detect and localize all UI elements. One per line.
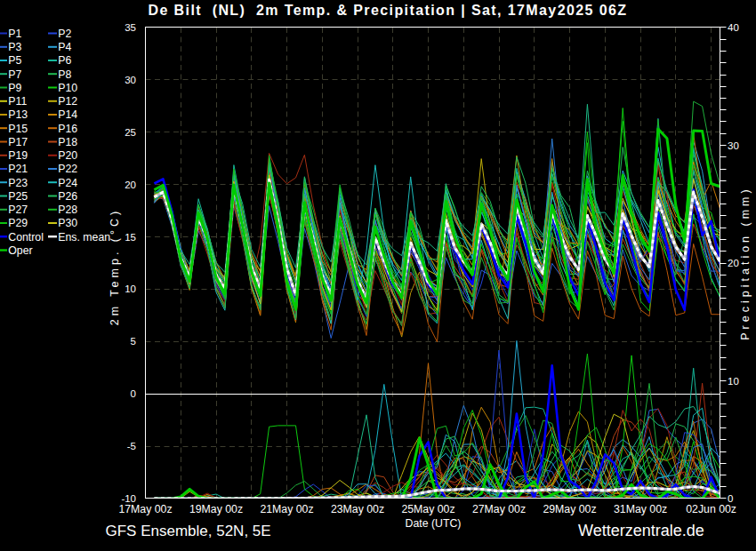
svg-text:-5: -5 (127, 441, 136, 451)
svg-text:25: 25 (125, 127, 136, 138)
svg-text:P23: P23 (8, 177, 28, 189)
svg-text:De Bilt (NL) 2m Temp. & Prec: De Bilt (NL) 2m Temp. & Precipitation | … (149, 3, 628, 18)
svg-text:21May 00z: 21May 00z (260, 503, 313, 515)
svg-text:20: 20 (728, 258, 739, 268)
svg-text:P2: P2 (58, 28, 71, 40)
svg-text:30: 30 (125, 75, 136, 85)
svg-text:P26: P26 (58, 190, 77, 203)
svg-text:P12: P12 (58, 95, 77, 108)
svg-text:P25: P25 (8, 190, 28, 203)
svg-text:P28: P28 (58, 204, 77, 216)
svg-text:P10: P10 (58, 82, 77, 94)
svg-text:P4: P4 (58, 41, 71, 53)
svg-text:P22: P22 (58, 163, 77, 175)
svg-text:27May 00z: 27May 00z (472, 503, 526, 515)
svg-text:P9: P9 (8, 82, 21, 94)
svg-text:P7: P7 (8, 68, 21, 81)
svg-text:P15: P15 (8, 123, 28, 135)
svg-text:30: 30 (728, 140, 739, 151)
svg-text:23May 00z: 23May 00z (331, 503, 384, 515)
svg-text:P8: P8 (58, 68, 71, 81)
svg-text:P29: P29 (8, 217, 28, 229)
svg-text:10: 10 (728, 376, 739, 387)
svg-text:P16: P16 (58, 123, 77, 135)
svg-text:17May 00z: 17May 00z (118, 503, 172, 515)
svg-text:40: 40 (728, 22, 739, 33)
svg-text:P3: P3 (8, 41, 21, 53)
svg-text:GFS Ensemble, 52N, 5E: GFS Ensemble, 52N, 5E (106, 523, 271, 539)
svg-text:P27: P27 (8, 204, 28, 216)
svg-text:P21: P21 (8, 163, 28, 175)
svg-text:Wetterzentrale.de: Wetterzentrale.de (578, 522, 704, 539)
svg-text:25May 00z: 25May 00z (401, 503, 454, 515)
svg-text:P19: P19 (8, 149, 28, 162)
svg-text:Control: Control (8, 231, 44, 244)
svg-text:35: 35 (125, 22, 136, 33)
svg-text:Ens. mean: Ens. mean (58, 231, 110, 244)
svg-text:5: 5 (131, 336, 136, 347)
svg-text:P1: P1 (8, 28, 21, 40)
svg-text:Precipitation (mm): Precipitation (mm) (739, 186, 752, 339)
svg-text:P18: P18 (58, 136, 77, 148)
svg-text:P24: P24 (58, 177, 77, 189)
svg-text:P20: P20 (58, 149, 77, 162)
svg-text:0: 0 (131, 388, 136, 399)
svg-text:P14: P14 (58, 108, 77, 121)
svg-text:P17: P17 (8, 136, 28, 148)
svg-text:02Jun 00z: 02Jun 00z (686, 503, 736, 515)
svg-text:P13: P13 (8, 108, 28, 121)
svg-text:Oper: Oper (8, 244, 32, 257)
svg-text:15: 15 (125, 232, 136, 243)
svg-text:P6: P6 (58, 54, 71, 67)
svg-text:P30: P30 (58, 217, 77, 229)
svg-text:31May 00z: 31May 00z (614, 503, 667, 515)
svg-text:P5: P5 (8, 54, 21, 67)
svg-text:20: 20 (125, 180, 136, 190)
svg-text:10: 10 (125, 283, 136, 294)
svg-text:Date (UTC): Date (UTC) (406, 517, 462, 530)
svg-text:P11: P11 (8, 95, 27, 108)
svg-text:29May 00z: 29May 00z (543, 503, 596, 515)
svg-text:2m Temp. (°C): 2m Temp. (°C) (109, 208, 121, 325)
svg-text:19May 00z: 19May 00z (189, 503, 243, 515)
